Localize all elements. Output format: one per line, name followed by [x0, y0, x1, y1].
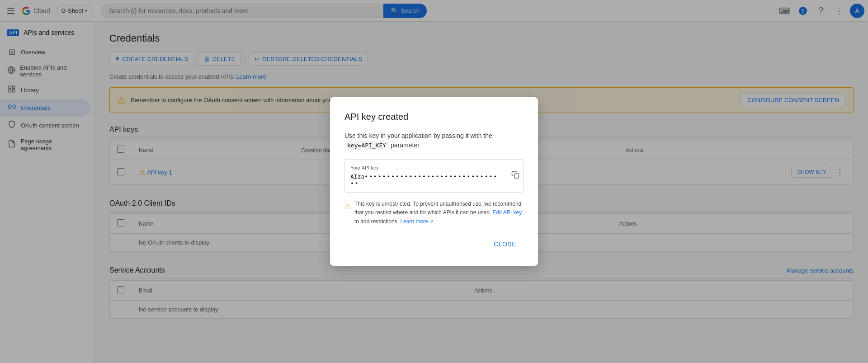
modal-warning-icon: ⚠ — [344, 200, 351, 226]
api-key-masked: •••••••••••••••••••••••••••••••• — [350, 173, 498, 187]
api-key-field-label: Your API key — [350, 165, 501, 170]
modal-code: key=API_KEY — [344, 141, 389, 150]
copy-api-key-button[interactable] — [511, 171, 519, 181]
modal-description: Use this key in your application by pass… — [344, 131, 524, 150]
learn-more-modal-link[interactable]: Learn more ↗ — [400, 218, 434, 225]
close-modal-button[interactable]: CLOSE — [486, 237, 524, 251]
api-key-prefix: AIza — [350, 173, 364, 180]
modal-footer: CLOSE — [344, 237, 524, 251]
external-link-icon: ↗ — [429, 219, 434, 224]
api-key-value: AIza•••••••••••••••••••••••••••••••• — [350, 173, 501, 187]
svg-rect-7 — [514, 174, 519, 178]
api-key-field: Your API key AIza•••••••••••••••••••••••… — [344, 159, 524, 193]
copy-icon — [511, 172, 519, 181]
modal-title: API key created — [344, 112, 524, 122]
api-key-created-modal: API key created Use this key in your app… — [330, 97, 538, 266]
edit-api-key-link[interactable]: Edit API key — [493, 209, 522, 216]
modal-overlay: API key created Use this key in your app… — [0, 0, 868, 363]
modal-warning-message: ⚠ This key is unrestricted. To prevent u… — [344, 200, 524, 226]
